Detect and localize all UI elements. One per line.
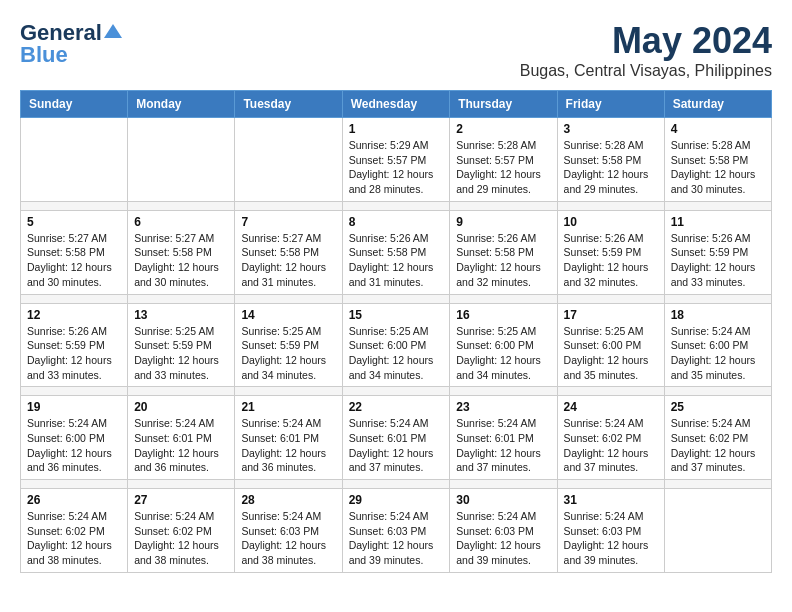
separator-cell <box>450 294 557 303</box>
day-info: Sunrise: 5:25 AMSunset: 5:59 PMDaylight:… <box>134 324 228 383</box>
calendar-cell: 11Sunrise: 5:26 AMSunset: 5:59 PMDayligh… <box>664 210 771 294</box>
day-number: 7 <box>241 215 335 229</box>
day-number: 14 <box>241 308 335 322</box>
calendar-cell <box>664 489 771 573</box>
day-number: 1 <box>349 122 444 136</box>
title-section: May 2024 Bugas, Central Visayas, Philipp… <box>520 20 772 80</box>
separator-cell <box>21 294 128 303</box>
calendar-cell: 24Sunrise: 5:24 AMSunset: 6:02 PMDayligh… <box>557 396 664 480</box>
day-number: 17 <box>564 308 658 322</box>
separator-cell <box>21 480 128 489</box>
day-number: 25 <box>671 400 765 414</box>
separator-cell <box>342 480 450 489</box>
calendar-cell: 26Sunrise: 5:24 AMSunset: 6:02 PMDayligh… <box>21 489 128 573</box>
day-info: Sunrise: 5:24 AMSunset: 6:02 PMDaylight:… <box>564 416 658 475</box>
separator-cell <box>21 387 128 396</box>
separator-cell <box>450 480 557 489</box>
calendar-cell: 4Sunrise: 5:28 AMSunset: 5:58 PMDaylight… <box>664 118 771 202</box>
separator-cell <box>342 294 450 303</box>
calendar-cell: 3Sunrise: 5:28 AMSunset: 5:58 PMDaylight… <box>557 118 664 202</box>
logo: General Blue <box>20 20 122 68</box>
day-info: Sunrise: 5:26 AMSunset: 5:58 PMDaylight:… <box>456 231 550 290</box>
day-info: Sunrise: 5:24 AMSunset: 6:03 PMDaylight:… <box>564 509 658 568</box>
calendar-cell: 9Sunrise: 5:26 AMSunset: 5:58 PMDaylight… <box>450 210 557 294</box>
day-number: 31 <box>564 493 658 507</box>
calendar-cell: 18Sunrise: 5:24 AMSunset: 6:00 PMDayligh… <box>664 303 771 387</box>
calendar-cell: 19Sunrise: 5:24 AMSunset: 6:00 PMDayligh… <box>21 396 128 480</box>
col-wednesday: Wednesday <box>342 91 450 118</box>
day-info: Sunrise: 5:25 AMSunset: 6:00 PMDaylight:… <box>564 324 658 383</box>
day-number: 12 <box>27 308 121 322</box>
day-number: 3 <box>564 122 658 136</box>
day-number: 8 <box>349 215 444 229</box>
calendar-cell: 22Sunrise: 5:24 AMSunset: 6:01 PMDayligh… <box>342 396 450 480</box>
day-number: 22 <box>349 400 444 414</box>
calendar-cell: 27Sunrise: 5:24 AMSunset: 6:02 PMDayligh… <box>128 489 235 573</box>
day-info: Sunrise: 5:26 AMSunset: 5:59 PMDaylight:… <box>671 231 765 290</box>
separator-cell <box>128 387 235 396</box>
day-number: 6 <box>134 215 228 229</box>
day-number: 20 <box>134 400 228 414</box>
calendar-cell <box>21 118 128 202</box>
separator-cell <box>342 387 450 396</box>
separator-cell <box>128 201 235 210</box>
day-info: Sunrise: 5:28 AMSunset: 5:58 PMDaylight:… <box>671 138 765 197</box>
calendar-cell: 10Sunrise: 5:26 AMSunset: 5:59 PMDayligh… <box>557 210 664 294</box>
calendar-cell: 6Sunrise: 5:27 AMSunset: 5:58 PMDaylight… <box>128 210 235 294</box>
calendar-cell: 15Sunrise: 5:25 AMSunset: 6:00 PMDayligh… <box>342 303 450 387</box>
day-number: 27 <box>134 493 228 507</box>
separator-cell <box>128 294 235 303</box>
calendar-cell: 2Sunrise: 5:28 AMSunset: 5:57 PMDaylight… <box>450 118 557 202</box>
day-number: 15 <box>349 308 444 322</box>
day-number: 5 <box>27 215 121 229</box>
col-thursday: Thursday <box>450 91 557 118</box>
day-info: Sunrise: 5:24 AMSunset: 6:02 PMDaylight:… <box>134 509 228 568</box>
week-row-2: 5Sunrise: 5:27 AMSunset: 5:58 PMDaylight… <box>21 210 772 294</box>
week-row-1: 1Sunrise: 5:29 AMSunset: 5:57 PMDaylight… <box>21 118 772 202</box>
calendar-cell: 29Sunrise: 5:24 AMSunset: 6:03 PMDayligh… <box>342 489 450 573</box>
page-header: General Blue May 2024 Bugas, Central Vis… <box>20 20 772 80</box>
day-number: 23 <box>456 400 550 414</box>
day-info: Sunrise: 5:25 AMSunset: 6:00 PMDaylight:… <box>349 324 444 383</box>
calendar-cell: 5Sunrise: 5:27 AMSunset: 5:58 PMDaylight… <box>21 210 128 294</box>
day-number: 19 <box>27 400 121 414</box>
day-number: 4 <box>671 122 765 136</box>
day-number: 13 <box>134 308 228 322</box>
calendar-cell: 1Sunrise: 5:29 AMSunset: 5:57 PMDaylight… <box>342 118 450 202</box>
day-number: 26 <box>27 493 121 507</box>
day-number: 29 <box>349 493 444 507</box>
separator-cell <box>128 480 235 489</box>
day-info: Sunrise: 5:24 AMSunset: 6:03 PMDaylight:… <box>349 509 444 568</box>
day-info: Sunrise: 5:24 AMSunset: 6:01 PMDaylight:… <box>456 416 550 475</box>
location: Bugas, Central Visayas, Philippines <box>520 62 772 80</box>
day-info: Sunrise: 5:24 AMSunset: 6:00 PMDaylight:… <box>671 324 765 383</box>
day-info: Sunrise: 5:24 AMSunset: 6:03 PMDaylight:… <box>456 509 550 568</box>
calendar-cell: 30Sunrise: 5:24 AMSunset: 6:03 PMDayligh… <box>450 489 557 573</box>
day-number: 28 <box>241 493 335 507</box>
col-saturday: Saturday <box>664 91 771 118</box>
day-number: 11 <box>671 215 765 229</box>
calendar-cell: 16Sunrise: 5:25 AMSunset: 6:00 PMDayligh… <box>450 303 557 387</box>
week-separator <box>21 480 772 489</box>
calendar-cell <box>235 118 342 202</box>
logo-arrow-icon <box>104 22 122 40</box>
day-number: 18 <box>671 308 765 322</box>
separator-cell <box>664 387 771 396</box>
week-row-4: 19Sunrise: 5:24 AMSunset: 6:00 PMDayligh… <box>21 396 772 480</box>
separator-cell <box>21 201 128 210</box>
day-info: Sunrise: 5:24 AMSunset: 6:01 PMDaylight:… <box>134 416 228 475</box>
col-tuesday: Tuesday <box>235 91 342 118</box>
col-monday: Monday <box>128 91 235 118</box>
calendar-cell: 20Sunrise: 5:24 AMSunset: 6:01 PMDayligh… <box>128 396 235 480</box>
day-number: 10 <box>564 215 658 229</box>
separator-cell <box>557 201 664 210</box>
day-number: 24 <box>564 400 658 414</box>
calendar-cell: 21Sunrise: 5:24 AMSunset: 6:01 PMDayligh… <box>235 396 342 480</box>
week-row-5: 26Sunrise: 5:24 AMSunset: 6:02 PMDayligh… <box>21 489 772 573</box>
calendar-cell <box>128 118 235 202</box>
day-number: 30 <box>456 493 550 507</box>
day-info: Sunrise: 5:27 AMSunset: 5:58 PMDaylight:… <box>241 231 335 290</box>
day-info: Sunrise: 5:24 AMSunset: 6:02 PMDaylight:… <box>27 509 121 568</box>
col-friday: Friday <box>557 91 664 118</box>
calendar-table: Sunday Monday Tuesday Wednesday Thursday… <box>20 90 772 573</box>
